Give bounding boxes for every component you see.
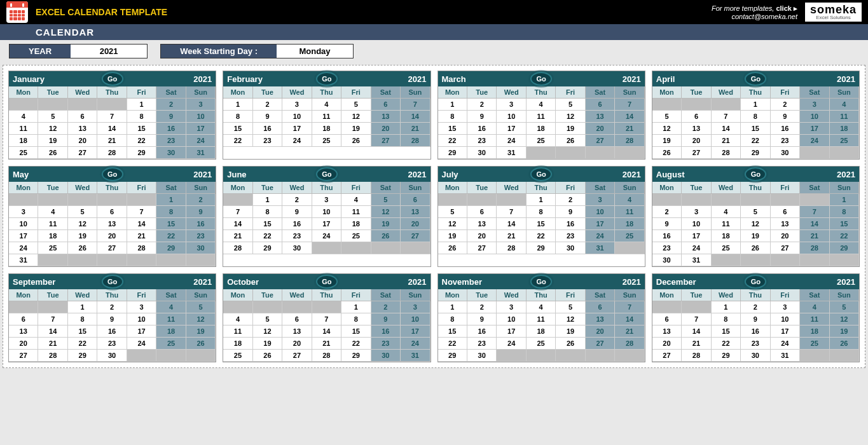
day-cell: 21 [497, 230, 526, 242]
go-button[interactable]: Go [316, 275, 338, 289]
day-cell: 30 [771, 147, 800, 159]
day-cell: 19 [652, 135, 682, 147]
day-cell: 28 [800, 242, 829, 254]
week-start-input[interactable]: Monday [277, 44, 353, 58]
day-header: Thu [527, 86, 556, 99]
day-cell: 13 [682, 123, 711, 135]
month-header: MarchGo2021 [438, 71, 645, 86]
month-january: JanuaryGo2021MonTueWedThuFriSatSun123456… [8, 71, 216, 160]
day-header: Thu [312, 86, 341, 99]
day-cell [9, 99, 38, 111]
go-button[interactable]: Go [745, 275, 766, 289]
day-cell: 11 [38, 218, 67, 230]
day-cell [282, 301, 312, 313]
day-cell: 10 [186, 111, 216, 123]
day-cell: 15 [127, 123, 156, 135]
day-cell [712, 194, 741, 206]
go-button[interactable]: Go [102, 275, 123, 289]
day-header: Thu [312, 182, 341, 194]
day-cell: 7 [127, 206, 156, 218]
day-header: Wed [712, 86, 741, 99]
day-cell: 20 [401, 218, 430, 230]
day-cell: 9 [186, 206, 216, 218]
day-cell: 20 [97, 230, 127, 242]
day-cell: 5 [741, 206, 770, 218]
day-cell: 20 [586, 325, 615, 338]
go-button[interactable]: Go [745, 167, 766, 181]
day-header: Sun [186, 86, 216, 99]
day-header: Sat [156, 182, 186, 194]
day-cell: 12 [186, 313, 216, 325]
day-cell: 9 [282, 206, 312, 218]
go-button[interactable]: Go [102, 167, 123, 181]
day-cell: 22 [68, 338, 97, 350]
day-cell: 23 [186, 230, 216, 242]
day-cell: 14 [401, 111, 430, 123]
day-cell [38, 99, 67, 111]
day-header: Sat [800, 86, 829, 99]
days-grid: 1234567891011121314151617181920212223242… [438, 194, 645, 254]
day-headers: MonTueWedThuFriSatSun [652, 182, 859, 194]
day-header: Sat [586, 86, 615, 99]
day-cell: 17 [682, 230, 711, 242]
month-header: JulyGo2021 [438, 167, 645, 182]
go-button[interactable]: Go [316, 72, 338, 86]
day-cell: 8 [712, 313, 741, 325]
day-cell: 30 [467, 350, 497, 362]
month-header: SeptemberGo2021 [9, 274, 216, 289]
go-button[interactable]: Go [530, 72, 552, 86]
year-input[interactable]: 2021 [71, 44, 147, 58]
day-cell: 8 [741, 111, 770, 123]
day-cell: 9 [556, 206, 585, 218]
month-year: 2021 [408, 74, 427, 84]
day-cell: 28 [97, 147, 127, 159]
day-cell: 29 [438, 350, 467, 362]
day-cell: 15 [223, 123, 252, 135]
day-cell: 8 [527, 206, 556, 218]
day-cell: 22 [527, 230, 556, 242]
day-cell: 26 [186, 338, 216, 350]
day-header: Sat [371, 289, 401, 301]
days-grid: 1234567891011121314151617181920212223242… [223, 99, 430, 147]
day-headers: MonTueWedThuFriSatSun [223, 86, 430, 99]
day-cell: 1 [253, 194, 282, 206]
day-cell: 12 [253, 325, 282, 338]
day-cell: 28 [615, 338, 644, 350]
day-cell: 1 [127, 99, 156, 111]
day-cell: 23 [652, 242, 682, 254]
month-september: SeptemberGo2021MonTueWedThuFriSatSun1234… [8, 273, 216, 362]
day-cell: 18 [341, 218, 371, 230]
day-cell: 4 [712, 206, 741, 218]
day-header: Tue [682, 289, 711, 301]
go-button[interactable]: Go [530, 167, 552, 181]
go-button[interactable]: Go [530, 275, 552, 289]
day-cell: 1 [156, 194, 186, 206]
day-cell: 25 [712, 242, 741, 254]
month-november: NovemberGo2021MonTueWedThuFriSatSun12345… [437, 273, 645, 362]
day-cell: 14 [127, 218, 156, 230]
day-header: Wed [497, 182, 526, 194]
day-cell: 24 [401, 338, 430, 350]
someka-logo[interactable]: someka Excel Solutions [805, 3, 862, 22]
days-grid: 1234567891011121314151617181920212223242… [9, 99, 216, 159]
day-cell: 12 [68, 218, 97, 230]
day-cell: 26 [68, 242, 97, 254]
go-button[interactable]: Go [745, 72, 766, 86]
header-right: For more templates, click ▸ contact@some… [712, 4, 797, 20]
go-button[interactable]: Go [316, 167, 338, 181]
month-header: AprilGo2021 [652, 71, 859, 86]
day-headers: MonTueWedThuFriSatSun [223, 182, 430, 194]
day-cell: 17 [401, 325, 430, 338]
day-cell [9, 301, 38, 313]
days-grid: 1234567891011121314151617181920212223242… [652, 99, 859, 159]
day-cell: 16 [652, 230, 682, 242]
day-cell: 16 [253, 123, 282, 135]
day-cell: 25 [312, 135, 341, 147]
go-button[interactable]: Go [102, 72, 123, 86]
month-header: DecemberGo2021 [652, 274, 859, 289]
days-grid: 1234567891011121314151617181920212223242… [438, 301, 645, 362]
more-templates-link[interactable]: click ▸ [776, 4, 797, 12]
month-october: OctoberGo2021MonTueWedThuFriSatSun123456… [223, 273, 431, 362]
day-cell: 15 [68, 325, 97, 338]
day-header: Sun [615, 182, 644, 194]
